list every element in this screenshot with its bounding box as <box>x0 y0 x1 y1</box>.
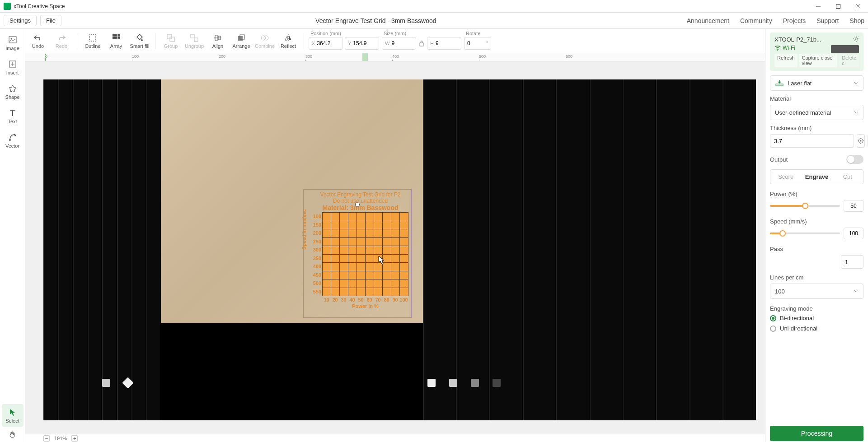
thickness-label: Thickness (mm) <box>770 125 863 131</box>
group-button[interactable]: Group <box>160 30 182 52</box>
material-select[interactable]: User-defined material <box>770 105 863 120</box>
insert-tool[interactable]: Insert <box>2 56 23 79</box>
zoom-level: 191% <box>54 436 67 441</box>
canvas[interactable]: Vector Engraving Test Grid for P2 Do not… <box>25 61 765 434</box>
app-icon <box>4 3 11 10</box>
image-icon <box>8 35 18 45</box>
lock-aspect-icon[interactable] <box>418 40 425 47</box>
position-x-input[interactable]: X <box>309 37 343 50</box>
device-name: XTOOL-P2_71b... <box>774 36 859 43</box>
reflect-button[interactable]: Reflect <box>277 30 299 52</box>
svg-rect-15 <box>194 38 198 42</box>
tab-cut[interactable]: Cut <box>832 170 863 184</box>
tab-engrave[interactable]: Engrave <box>801 170 832 184</box>
outline-icon <box>88 33 97 42</box>
device-card: XTOOL-P2_71b... Wi-Fi Refresh Capture cl… <box>770 33 863 71</box>
size-label: Size (mm) <box>384 31 461 36</box>
capture-button[interactable]: Capture close view <box>799 54 838 67</box>
output-toggle[interactable] <box>846 155 863 164</box>
zoom-in-button[interactable]: + <box>71 435 78 442</box>
svg-point-37 <box>860 140 862 142</box>
select-tool[interactable]: Select <box>2 404 23 427</box>
array-button[interactable]: Array <box>105 30 127 52</box>
pass-label: Pass <box>770 246 863 252</box>
align-button[interactable]: Align <box>207 30 229 52</box>
ungroup-icon <box>190 33 199 42</box>
arrange-button[interactable]: Arrange <box>230 30 252 52</box>
autofocus-button[interactable] <box>857 134 865 148</box>
size-w-input[interactable]: W <box>382 37 416 50</box>
refresh-button[interactable]: Refresh <box>774 54 798 67</box>
settings-button[interactable]: Settings <box>4 15 37 26</box>
position-label: Position (mm) <box>310 31 379 36</box>
svg-point-33 <box>855 38 858 40</box>
speed-slider[interactable] <box>770 233 840 234</box>
delete-capture-button[interactable]: Delete c <box>839 54 859 67</box>
file-button[interactable]: File <box>40 15 61 26</box>
rotate-input[interactable]: ° <box>464 37 491 50</box>
array-icon <box>112 33 121 42</box>
hand-icon <box>8 430 18 440</box>
combine-button[interactable]: Combine <box>254 30 276 52</box>
ruler-horizontal: 0100200300400500600 <box>25 53 765 61</box>
smartfill-icon <box>135 33 144 42</box>
community-link[interactable]: Community <box>740 17 772 24</box>
undo-icon <box>33 33 42 42</box>
pass-input[interactable] <box>841 255 863 269</box>
svg-rect-6 <box>115 34 117 37</box>
chevron-down-icon <box>854 111 859 114</box>
redo-button[interactable]: Redo <box>51 30 72 52</box>
grid-y-axis-label: Speed in mm/sec <box>301 209 307 250</box>
insert-icon <box>8 59 18 69</box>
svg-rect-7 <box>118 34 120 37</box>
device-settings-icon[interactable] <box>853 35 860 44</box>
lines-select[interactable]: 100 <box>770 284 863 299</box>
outline-button[interactable]: Outline <box>82 30 103 52</box>
status-bar: − 191% + <box>25 434 765 442</box>
svg-point-34 <box>777 50 778 51</box>
bidirectional-radio[interactable]: Bi-directional <box>770 315 863 321</box>
thickness-input[interactable] <box>770 134 854 148</box>
combine-icon <box>260 33 269 42</box>
position-y-input[interactable]: Y <box>345 37 379 50</box>
text-tool[interactable]: Text <box>2 105 23 127</box>
window-close-button[interactable] <box>852 2 864 11</box>
power-slider[interactable] <box>770 205 840 207</box>
chevron-down-icon <box>854 290 859 293</box>
svg-rect-13 <box>170 37 174 42</box>
cursor-icon <box>378 256 385 265</box>
undo-button[interactable]: Undo <box>27 30 49 52</box>
shape-tool[interactable]: Shape <box>2 80 23 103</box>
ruler-selection-h <box>362 53 368 61</box>
power-value-input[interactable] <box>844 200 863 212</box>
projects-link[interactable]: Projects <box>783 17 806 24</box>
window-maximize-button[interactable] <box>832 2 845 11</box>
engraving-mode-label: Engraving mode <box>770 305 863 312</box>
speed-value-input[interactable] <box>844 228 863 239</box>
announcement-link[interactable]: Announcement <box>687 17 729 24</box>
processing-mode-select[interactable]: Laser flat <box>770 75 863 91</box>
grid-y-labels: 100150200250300350400450500550 <box>310 212 321 296</box>
svg-point-21 <box>261 36 266 40</box>
smartfill-button[interactable]: Smart fill <box>129 30 150 52</box>
hand-tool[interactable] <box>2 428 23 442</box>
vector-tool[interactable]: Vector <box>2 129 23 152</box>
redo-icon <box>57 33 66 42</box>
window-minimize-button[interactable] <box>812 2 825 11</box>
size-h-input[interactable]: H <box>427 37 461 50</box>
unidirectional-radio[interactable]: Uni-directional <box>770 325 863 332</box>
svg-rect-14 <box>191 34 194 38</box>
device-image <box>831 45 859 53</box>
image-tool[interactable]: Image <box>2 32 23 54</box>
support-link[interactable]: Support <box>816 17 839 24</box>
processing-button[interactable]: Processing <box>770 426 863 441</box>
zoom-out-button[interactable]: − <box>43 435 50 442</box>
tab-score[interactable]: Score <box>770 170 801 184</box>
ungroup-button[interactable]: Ungroup <box>183 30 205 52</box>
vector-icon <box>8 132 18 142</box>
shop-link[interactable]: Shop <box>849 17 864 24</box>
power-label: Power (%) <box>770 191 863 197</box>
svg-rect-5 <box>113 34 115 37</box>
svg-point-22 <box>264 36 268 40</box>
arrange-icon <box>237 33 246 42</box>
